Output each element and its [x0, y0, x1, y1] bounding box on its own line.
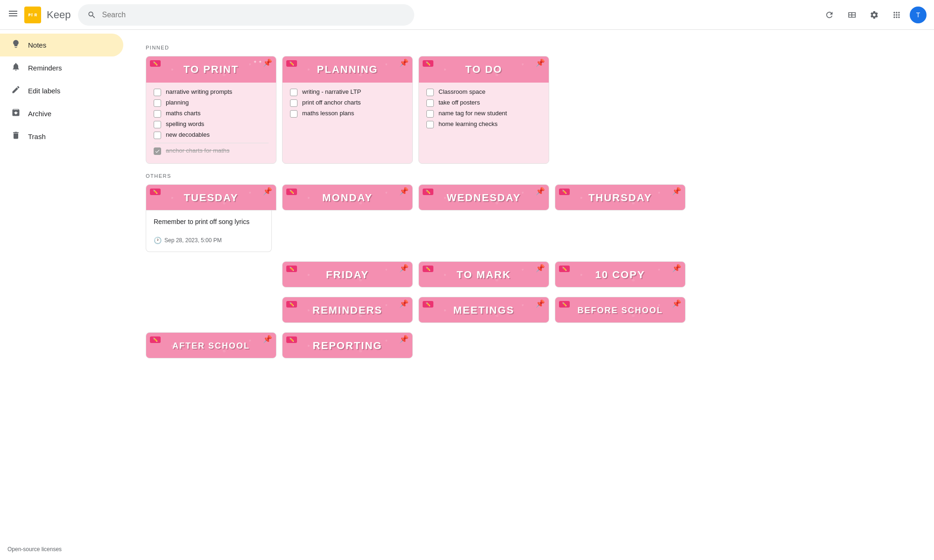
checkbox[interactable] — [426, 99, 434, 107]
checkbox[interactable] — [154, 110, 161, 118]
main-content: PINNED 📌 ✏️ ✦ ✦ TO PRINT narrative writi… — [131, 30, 934, 560]
reminders-icon — [11, 62, 21, 74]
planning-title: PLANNING — [317, 63, 378, 76]
note-to-copy[interactable]: ✏️ 📌 10 COPY — [555, 261, 686, 287]
sidebar-notes-label: Notes — [28, 41, 46, 49]
friday-title: FRIDAY — [326, 269, 369, 281]
pin-icon: 📌 — [672, 187, 681, 196]
search-bar[interactable] — [78, 4, 414, 26]
checklist-item-checked[interactable]: anchor charts for maths — [154, 147, 269, 155]
note-to-print[interactable]: 📌 ✏️ ✦ ✦ TO PRINT narrative writing prom… — [146, 56, 276, 164]
checkbox[interactable] — [426, 110, 434, 118]
topbar-right: T — [820, 6, 927, 24]
sidebar-item-trash[interactable]: Trash — [0, 125, 123, 148]
pin-icon: 📌 — [399, 299, 409, 308]
note-reporting[interactable]: ✏️ 📌 REPORTING — [282, 332, 413, 358]
pin-icon: 📌 — [399, 187, 409, 196]
note-meetings[interactable]: ✏️ 📌 MEETINGS — [418, 297, 549, 323]
tuesday-banner: ✏️ 📌 TUESDAY — [146, 185, 276, 210]
pin-icon: 📌 — [399, 58, 409, 67]
user-avatar[interactable]: T — [910, 7, 927, 23]
checklist-item[interactable]: print off anchor charts — [290, 99, 405, 107]
item-text: print off anchor charts — [302, 99, 361, 106]
checklist-item[interactable]: take off posters — [426, 99, 541, 107]
checklist-item[interactable]: home learning checks — [426, 120, 541, 128]
sidebar-reminders-label: Reminders — [28, 64, 62, 72]
notes-icon — [11, 39, 21, 51]
note-reminders[interactable]: ✏️ 📌 REMINDERS — [282, 297, 413, 323]
to-do-banner: 📌 ✏️ TO DO — [419, 56, 549, 83]
checklist-item[interactable]: Classroom space — [426, 88, 541, 96]
before-school-title: BEFORE SCHOOL — [577, 306, 663, 315]
note-tuesday[interactable]: ✏️ 📌 TUESDAY — [146, 184, 276, 210]
checklist-item[interactable]: narrative writing prompts — [154, 88, 269, 96]
search-input[interactable] — [102, 11, 405, 19]
to-copy-title: 10 COPY — [595, 269, 645, 281]
apps-button[interactable] — [887, 6, 906, 24]
note-after-school[interactable]: ✏️ 📌 AFTER SCHOOL — [146, 332, 276, 358]
checklist-item[interactable]: spelling words — [154, 120, 269, 128]
checkbox[interactable] — [154, 89, 161, 96]
layout-toggle-button[interactable] — [842, 6, 861, 24]
others-notes-grid-2: ✏️ 📌 FRIDAY ✏️ 📌 TO MARK ✏️ — [146, 261, 919, 287]
checkbox[interactable] — [290, 110, 297, 118]
pinned-section-label: PINNED — [146, 45, 919, 50]
item-text: new decodables — [166, 131, 210, 138]
item-text: planning — [166, 99, 189, 106]
item-text: maths charts — [166, 110, 200, 117]
meetings-title: MEETINGS — [453, 304, 515, 316]
item-text: anchor charts for maths — [166, 147, 230, 154]
sidebar-edit-labels-label: Edit labels — [28, 87, 60, 95]
checkbox[interactable] — [290, 99, 297, 107]
sidebar-item-edit-labels[interactable]: Edit labels — [0, 79, 123, 102]
note-thursday[interactable]: ✏️ 📌 THURSDAY — [555, 184, 686, 210]
checklist-item[interactable]: maths charts — [154, 110, 269, 118]
clock-icon: 🕐 — [154, 237, 162, 244]
checkbox[interactable] — [154, 99, 161, 107]
checkbox[interactable] — [426, 89, 434, 96]
checklist-item[interactable]: new decodables — [154, 131, 269, 139]
tuesday-title: TUESDAY — [184, 192, 238, 204]
note-monday[interactable]: ✏️ 📌 MONDAY — [282, 184, 413, 210]
checklist-item[interactable]: maths lesson plans — [290, 110, 405, 118]
checkbox[interactable] — [154, 121, 161, 128]
reminder-text: Remember to print off song lyrics — [154, 218, 264, 225]
note-planning[interactable]: 📌 ✏️ PLANNING writing - narrative LTP pr… — [282, 56, 413, 164]
checkbox-checked[interactable] — [154, 147, 161, 155]
checklist-item[interactable]: name tag for new student — [426, 110, 541, 118]
sidebar-item-notes[interactable]: Notes — [0, 34, 123, 56]
search-icon — [87, 10, 96, 20]
thursday-title: THURSDAY — [588, 192, 652, 204]
others-section-label: OTHERS — [146, 173, 919, 179]
item-text: maths lesson plans — [302, 110, 354, 117]
item-text: take off posters — [439, 99, 480, 106]
app-layout: Notes Reminders Edit labels — [0, 30, 934, 560]
sidebar-item-archive[interactable]: Archive — [0, 102, 123, 125]
open-source-link[interactable]: Open-source licenses — [7, 546, 62, 553]
refresh-button[interactable] — [820, 6, 839, 24]
pin-icon: 📌 — [399, 335, 409, 343]
to-do-title: TO DO — [465, 63, 502, 76]
topbar-left: Keep — [7, 7, 71, 23]
note-wednesday[interactable]: ✏️ 📌 WEDNESDAY — [418, 184, 549, 210]
settings-button[interactable] — [865, 6, 884, 24]
reporting-banner: ✏️ 📌 REPORTING — [283, 333, 412, 358]
menu-icon[interactable] — [7, 8, 19, 22]
checklist-item[interactable]: writing - narrative LTP — [290, 88, 405, 96]
to-print-title: TO PRINT — [184, 63, 239, 76]
checkbox[interactable] — [426, 121, 434, 128]
pin-icon: 📌 — [536, 58, 545, 67]
note-to-do[interactable]: 📌 ✏️ TO DO Classroom space take off post… — [418, 56, 549, 164]
topbar: Keep T — [0, 0, 934, 30]
to-mark-title: TO MARK — [457, 269, 511, 281]
note-friday[interactable]: ✏️ 📌 FRIDAY — [282, 261, 413, 287]
meetings-banner: ✏️ 📌 MEETINGS — [419, 297, 549, 323]
pin-icon: 📌 — [536, 187, 545, 196]
reminder-note[interactable]: Remember to print off song lyrics 🕐 Sep … — [146, 210, 272, 252]
checkbox[interactable] — [290, 89, 297, 96]
checkbox[interactable] — [154, 132, 161, 139]
sidebar-item-reminders[interactable]: Reminders — [0, 56, 123, 79]
note-before-school[interactable]: ✏️ 📌 BEFORE SCHOOL — [555, 297, 686, 323]
checklist-item[interactable]: planning — [154, 99, 269, 107]
note-to-mark[interactable]: ✏️ 📌 TO MARK — [418, 261, 549, 287]
